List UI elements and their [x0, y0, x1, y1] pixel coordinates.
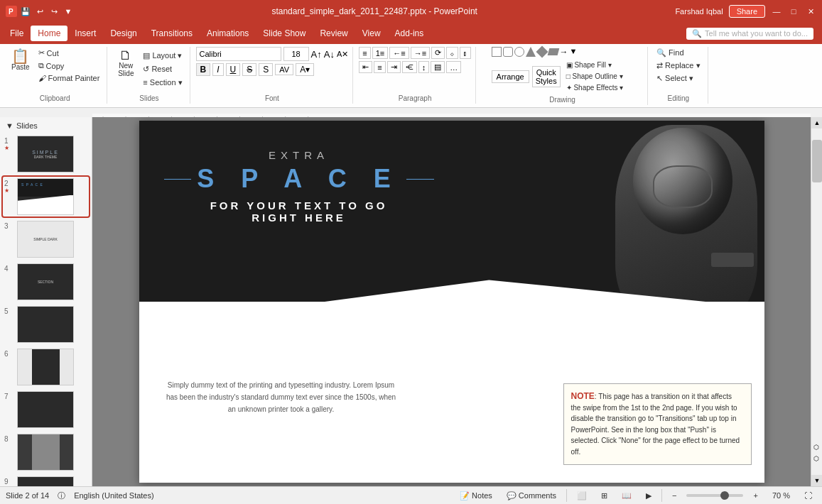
underline-button[interactable]: U — [226, 63, 241, 76]
reading-view-button[interactable]: 📖 — [617, 491, 636, 501]
char-spacing-button[interactable]: AV — [275, 64, 293, 75]
rounded-rect-shape[interactable] — [503, 47, 513, 57]
menu-home[interactable]: Home — [31, 26, 67, 41]
comments-button[interactable]: 💬 Comments — [502, 491, 561, 501]
note-text: : This page has a transition on it that … — [571, 393, 740, 456]
slide-thumb-7[interactable]: 7 — [3, 390, 89, 429]
paste-button[interactable]: 📋 Paste — [7, 47, 34, 73]
slide-thumb-4[interactable]: 4 SECTION — [3, 262, 89, 302]
center-button[interactable]: ≡ — [374, 61, 385, 73]
arrange-button[interactable]: Arrange — [492, 70, 529, 83]
arrow-shape[interactable]: → — [560, 47, 568, 57]
redo-quickaccess[interactable]: ↪ — [48, 6, 60, 17]
font-color-button[interactable]: A▾ — [296, 63, 314, 76]
close-button[interactable]: ✕ — [805, 6, 816, 17]
maximize-button[interactable]: □ — [788, 6, 799, 17]
font-name-input[interactable] — [196, 47, 281, 61]
font-grow-button[interactable]: A↑ — [311, 49, 322, 60]
justify-button[interactable]: ⥺ — [402, 61, 417, 73]
notes-icon: 📝 — [460, 491, 470, 500]
smart-art-button[interactable]: ⬦ — [446, 47, 458, 59]
text-direction-button[interactable]: ⟳ — [431, 47, 445, 59]
slide-thumb-2[interactable]: 2 S P A C E — [3, 177, 89, 217]
zoom-slider[interactable] — [686, 494, 743, 497]
quick-styles-button[interactable]: QuickStyles — [532, 66, 561, 87]
reset-button[interactable]: ↺ Reset — [140, 63, 185, 75]
shadow-button[interactable]: S — [259, 63, 273, 76]
diamond-shape[interactable] — [536, 46, 548, 58]
zoom-out-button[interactable]: − — [668, 491, 681, 500]
save-quickaccess[interactable]: 💾 — [20, 6, 31, 17]
menu-addins[interactable]: Add-ins — [388, 26, 431, 41]
customize-quickaccess[interactable]: ▼ — [63, 6, 74, 17]
new-slide-button[interactable]: 🗋 NewSlide — [113, 47, 139, 80]
slide-thumb-9[interactable]: 9 — [3, 475, 89, 486]
section-button[interactable]: ≡ Section ▾ — [140, 77, 185, 89]
zoom-in-button[interactable]: + — [749, 491, 762, 500]
select-button[interactable]: ↖ Select ▾ — [654, 72, 703, 84]
scroll-expand-bottom[interactable]: ⬡ — [811, 454, 821, 464]
slide-thumb-1[interactable]: 1 SIMPLE DARK THEME — [3, 134, 89, 174]
normal-view-button[interactable]: ⬜ — [573, 491, 591, 501]
font-size-input[interactable] — [283, 47, 309, 61]
increase-indent-button[interactable]: →≡ — [411, 47, 430, 59]
tell-me-input[interactable]: Tell me what you want to do... — [705, 29, 808, 38]
menu-insert[interactable]: Insert — [67, 26, 103, 41]
undo-quickaccess[interactable]: ↩ — [34, 6, 45, 17]
shape-effects-button[interactable]: ✦ Shape Effects ▾ — [563, 82, 627, 93]
shape-fill-button[interactable]: ▣ Shape Fill ▾ — [563, 60, 627, 70]
slide-thumb-6[interactable]: 6 — [3, 347, 89, 387]
align-left-button[interactable]: ⇤ — [359, 61, 372, 73]
numbering-button[interactable]: 1≡ — [372, 47, 389, 59]
line-spacing-button[interactable]: ↕ — [418, 61, 430, 73]
menu-slideshow[interactable]: Slide Show — [256, 26, 313, 41]
font-shrink-button[interactable]: A↓ — [324, 49, 335, 60]
menu-transitions[interactable]: Transitions — [144, 26, 200, 41]
more-shapes[interactable]: ▼ — [570, 47, 578, 57]
decrease-indent-button[interactable]: ←≡ — [389, 47, 409, 59]
cut-button[interactable]: ✂Cut — [36, 47, 103, 59]
slide-thumb-5[interactable]: 5 — [3, 305, 89, 344]
shape-outline-button[interactable]: □ Shape Outline ▾ — [563, 71, 627, 82]
circle-shape[interactable] — [514, 47, 524, 57]
triangle-shape[interactable] — [526, 47, 536, 57]
format-painter-button[interactable]: 🖌Format Painter — [36, 72, 103, 84]
menu-animations[interactable]: Animations — [200, 26, 256, 41]
italic-button[interactable]: I — [212, 63, 223, 76]
menu-review[interactable]: Review — [313, 26, 355, 41]
menu-view[interactable]: View — [355, 26, 388, 41]
clear-formatting-button[interactable]: A✕ — [337, 50, 348, 59]
menu-design[interactable]: Design — [103, 26, 144, 41]
scroll-up-button[interactable]: ▲ — [811, 117, 822, 128]
slide-thumb-8[interactable]: 8 — [3, 432, 89, 472]
columns-button[interactable]: ⫾ — [460, 47, 471, 59]
zoom-level[interactable]: 70 % — [768, 491, 794, 500]
slide-sorter-button[interactable]: ⊞ — [597, 491, 612, 501]
slideshow-button[interactable]: ▶ — [642, 491, 656, 501]
slide-info-icon[interactable]: ⓘ — [58, 491, 65, 501]
menu-file[interactable]: File — [3, 26, 31, 41]
share-button[interactable]: Share — [729, 5, 765, 18]
scroll-thumb[interactable] — [812, 140, 822, 182]
notes-button[interactable]: 📝 Notes — [455, 491, 497, 501]
column-button2[interactable]: ▤ — [431, 61, 445, 73]
rect-shape[interactable] — [492, 47, 502, 57]
scroll-down-button[interactable]: ▼ — [811, 475, 822, 486]
fit-slide-button[interactable]: ⛶ — [800, 491, 816, 500]
bold-button[interactable]: B — [196, 63, 211, 76]
slide-thumb-3[interactable]: 3 SIMPLE DARK — [3, 219, 89, 259]
layout-button[interactable]: ▤ Layout ▾ — [140, 50, 185, 62]
bullets-button[interactable]: ≡ — [359, 47, 370, 59]
slide-canvas[interactable]: EXTRA S P A C E FOR YOUR TEXT TO GO RIGH… — [139, 121, 764, 483]
strikethrough-button[interactable]: S — [242, 63, 256, 76]
slides-panel-arrow[interactable]: ▼ — [6, 121, 13, 130]
align-right-button[interactable]: ⇥ — [387, 61, 401, 73]
more-para-button[interactable]: … — [446, 61, 461, 73]
parallelogram-shape[interactable] — [547, 48, 559, 55]
copy-button[interactable]: ⧉Copy — [36, 60, 103, 72]
zoom-thumb[interactable] — [720, 491, 729, 500]
find-button[interactable]: 🔍 Find — [654, 47, 703, 59]
scroll-expand-top[interactable]: ⬡ — [811, 442, 821, 452]
minimize-button[interactable]: — — [771, 6, 782, 17]
replace-button[interactable]: ⇄ Replace ▾ — [654, 60, 703, 72]
